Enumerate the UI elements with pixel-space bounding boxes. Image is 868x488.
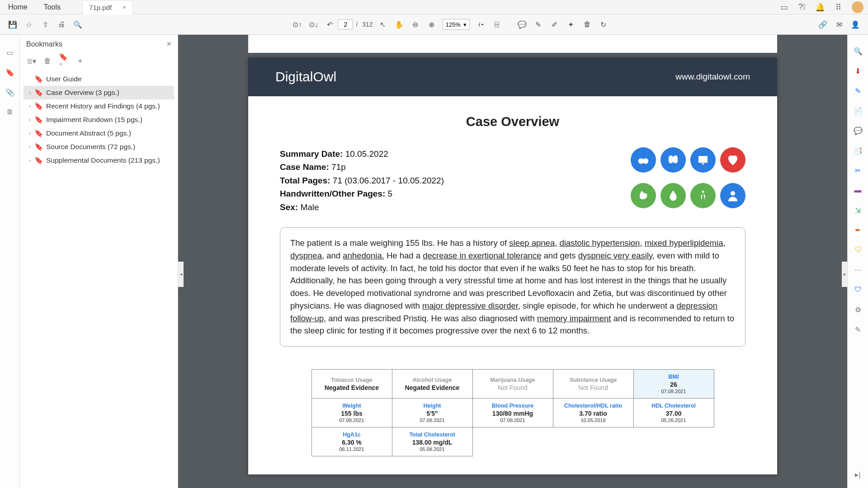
organize-icon[interactable]: ✂ [852, 164, 864, 177]
help-icon[interactable]: ?⃝ [796, 1, 808, 14]
bookmark-item-icon: 🔖 [34, 129, 42, 137]
close-panel-icon[interactable]: × [166, 39, 171, 49]
protect-icon[interactable]: 🛡 [852, 283, 864, 296]
chevron-right-icon[interactable]: › [26, 130, 33, 136]
doc-header-bar: DigitalOwl www.digitalowl.com [248, 57, 777, 96]
thumbnails-icon[interactable]: ▭ [3, 46, 17, 59]
mail-icon[interactable]: ✉ [831, 16, 847, 33]
stamp-icon[interactable]: ✦ [563, 16, 579, 33]
edit-pdf-icon[interactable]: ✎ [852, 84, 864, 97]
bookmark-find-icon[interactable]: ⌖ [75, 56, 85, 66]
fit-icon[interactable]: ⫞▾ [472, 16, 489, 33]
refresh-icon[interactable]: ↻ [595, 16, 612, 33]
export-pdf-icon[interactable]: ⬇︎ [852, 65, 864, 77]
bookmark-item-label: Recent History and Findings (4 pgs.) [46, 102, 160, 110]
comment-icon[interactable]: 💬 [514, 16, 530, 33]
chevron-right-icon[interactable]: › [26, 144, 33, 150]
save-icon[interactable]: 💾 [5, 16, 21, 33]
profile-icon[interactable]: 👤 [847, 16, 863, 33]
combine-icon[interactable]: 📑 [852, 144, 864, 157]
layers-icon[interactable]: 🗎 [3, 105, 17, 119]
window-icon[interactable]: ▭ [778, 1, 790, 14]
avatar[interactable] [852, 1, 863, 13]
collapse-right-icon[interactable]: ▸ [842, 262, 847, 287]
bookmark-item[interactable]: ›🔖Recent History and Findings (4 pgs.) [24, 99, 174, 113]
comment-tool-icon[interactable]: 💬 [852, 124, 864, 137]
star-icon[interactable]: ☆ [21, 16, 37, 33]
bookmark-item[interactable]: ›🔖Supplemental Documents (213 pgs.) [24, 154, 174, 167]
bookmark-item-label: Impairment Rundown (15 pgs.) [46, 116, 142, 124]
upload-icon[interactable]: ⇧ [37, 16, 53, 33]
expand-rail-icon[interactable]: ▸| [852, 468, 864, 481]
chevron-right-icon[interactable]: › [26, 103, 33, 109]
link-icon[interactable]: 🔗 [815, 16, 831, 33]
zoom-in-icon[interactable]: ⊕ [424, 16, 440, 33]
bookmark-item[interactable]: 🔖User Guide [24, 72, 174, 86]
document-tab-title: 71p.pdf [89, 4, 112, 11]
search-icon[interactable]: 🔍 [70, 16, 86, 33]
case-meta: Summary Date: 10.05.2022 Case Name: 71p … [280, 147, 444, 214]
metrics-table: Tobacco UsageNegated Evidence Alcohol Us… [311, 369, 714, 456]
sign-icon[interactable]: ✒ [852, 224, 864, 236]
svg-point-1 [643, 158, 649, 164]
back-icon[interactable]: ↶ [321, 16, 338, 33]
select-tool-icon[interactable]: ↖ [375, 16, 391, 33]
create-pdf-icon[interactable]: 📄 [852, 104, 864, 117]
page-down-icon[interactable]: ⊙↓ [305, 16, 321, 33]
hand-tool-icon[interactable]: ✋ [391, 16, 407, 33]
draw-icon[interactable]: ✐ [547, 16, 563, 33]
zoom-out-icon[interactable]: ⊖ [407, 16, 424, 33]
bookmark-item[interactable]: ›🔖Source Documents (72 pgs.) [24, 140, 174, 154]
toolbar: 💾 ☆ ⇧ 🖨 🔍 ⊙↑ ⊙↓ ↶ / 312 ↖ ✋ ⊖ ⊕ 125%▾ ⫞▾… [0, 14, 868, 35]
bookmark-list: 🔖User Guide›🔖Case Overview (3 pgs.)›🔖Rec… [20, 70, 178, 169]
bookmark-item[interactable]: ›🔖Impairment Rundown (15 pgs.) [24, 113, 174, 127]
close-tab-icon[interactable]: × [123, 4, 126, 11]
home-tab[interactable]: Home [0, 3, 36, 11]
settings-icon[interactable]: ⚙ [852, 303, 864, 316]
tool2-icon[interactable]: ✎ [852, 323, 864, 336]
chevron-right-icon[interactable]: › [26, 117, 33, 123]
zoom-select[interactable]: 125%▾ [443, 19, 470, 30]
compress-icon[interactable]: ⇲ [852, 204, 864, 216]
bookmark-item-label: Case Overview (3 pgs.) [46, 89, 119, 97]
search-tool-icon[interactable]: 🔍 [852, 45, 864, 57]
read-mode-icon[interactable]: ⌸ [489, 16, 505, 33]
redact-icon[interactable]: ▬ [852, 184, 864, 197]
apps-icon[interactable]: ⠿ [832, 1, 844, 14]
document-viewer[interactable]: ◂ ▸ DigitalOwl www.digitalowl.com Case O… [178, 35, 847, 488]
drop-icon [660, 183, 686, 208]
bookmarks-icon[interactable]: 🔖 [3, 66, 17, 79]
svg-rect-3 [702, 164, 704, 165]
bookmark-options-icon[interactable]: ≣▾ [26, 56, 36, 66]
bookmark-item[interactable]: ›🔖Document Abstract (5 pgs.) [24, 127, 174, 140]
bookmark-item-icon: 🔖 [34, 143, 42, 151]
more-tools-icon[interactable]: ⋯ [852, 263, 864, 276]
collapse-left-icon[interactable]: ◂ [178, 262, 184, 287]
bookmark-item-icon: 🔖 [34, 102, 42, 110]
tools-tab[interactable]: Tools [36, 3, 69, 11]
print-icon[interactable]: 🖨 [53, 16, 70, 33]
highlight-icon[interactable]: ✎ [530, 16, 547, 33]
page-input[interactable] [338, 19, 353, 29]
chevron-right-icon[interactable]: › [26, 89, 33, 96]
document-tab[interactable]: 71p.pdf × [82, 0, 133, 14]
bookmark-item-icon: 🔖 [34, 89, 42, 97]
attachments-icon[interactable]: 📎 [3, 85, 17, 99]
tab-bar: Home Tools 71p.pdf × ▭ ?⃝ 🔔 ⠿ [0, 0, 868, 14]
brand-logo: DigitalOwl [275, 69, 336, 84]
walk-icon [690, 183, 716, 208]
page-title: Case Overview [280, 114, 745, 129]
page-up-icon[interactable]: ⊙↑ [289, 16, 305, 33]
delete-icon[interactable]: 🗑 [579, 16, 595, 33]
bell-icon[interactable]: 🔔 [814, 1, 826, 14]
note-icon[interactable]: 🗨 [852, 244, 864, 256]
lungs-icon [631, 147, 656, 173]
medical-icons [631, 147, 745, 214]
bookmark-add-icon[interactable]: 🔖⁺ [59, 56, 69, 66]
svg-point-4 [702, 190, 704, 192]
chevron-right-icon[interactable]: › [26, 157, 33, 164]
page-total: 312 [362, 21, 373, 28]
bookmark-item-label: Supplemental Documents (213 pgs.) [46, 156, 160, 164]
bookmark-delete-icon[interactable]: 🗑 [42, 56, 52, 66]
bookmark-item[interactable]: ›🔖Case Overview (3 pgs.) [24, 86, 174, 99]
